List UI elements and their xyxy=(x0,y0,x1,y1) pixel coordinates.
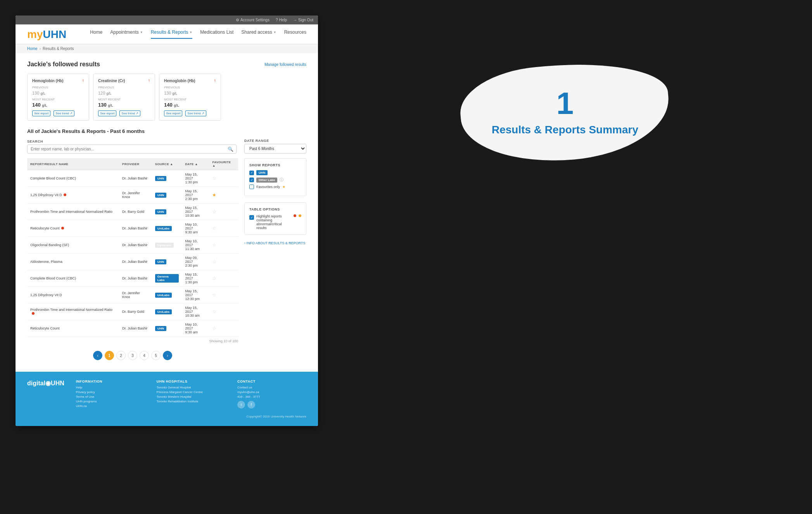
twitter-icon[interactable]: t xyxy=(237,401,245,409)
followed-title: Jackie's followed results xyxy=(27,61,100,68)
next-page-btn[interactable]: › xyxy=(163,351,172,360)
page-btn-3[interactable]: 3 xyxy=(128,351,137,360)
footer-uhn[interactable]: UHN.ca xyxy=(76,404,145,408)
info-icon[interactable]: ⓘ xyxy=(280,177,283,183)
table-row[interactable]: Aldosterone, Plasma Dr. Julian Bashir UH… xyxy=(27,254,238,270)
main-content: Jackie's followed results Manage followe… xyxy=(16,53,318,372)
cell-favourite[interactable]: ☆ xyxy=(209,204,238,220)
favourite-star[interactable]: ☆ xyxy=(212,176,216,181)
footer-twh[interactable]: Toronto Western Hospital xyxy=(157,395,226,398)
search-icon: 🔍 xyxy=(228,147,233,152)
see-report-btn-0[interactable]: See report xyxy=(32,110,50,116)
table-options-title: TABLE OPTIONS xyxy=(249,207,301,211)
cell-favourite[interactable]: ☆ xyxy=(209,304,238,320)
page-btn-4[interactable]: 4 xyxy=(140,351,149,360)
col-date[interactable]: DATE ▲ xyxy=(182,158,209,170)
see-report-btn-1[interactable]: See report xyxy=(98,110,116,116)
other-labs-checkbox[interactable]: ✓ xyxy=(249,178,254,182)
cell-favourite[interactable]: ☆ xyxy=(209,170,238,187)
footer-tgh[interactable]: Toronto General Hospital xyxy=(157,386,226,389)
table-row[interactable]: 1,25 Dihydroxy Vit D Dr. Jennifer Knox U… xyxy=(27,187,238,204)
table-row[interactable]: Oligoclonal Banding (SF) Dr. Julian Bash… xyxy=(27,237,238,254)
cell-favourite[interactable]: ☆ xyxy=(209,254,238,270)
footer-contact-us[interactable]: Contact us xyxy=(237,386,306,389)
cell-favourite[interactable]: ☆ xyxy=(209,320,238,337)
nav-appointments[interactable]: Appointments ▼ xyxy=(110,29,143,39)
results-area: REPORT/RESULT NAME PROVIDER SOURCE ▲ DAT… xyxy=(27,158,306,364)
page-btn-1[interactable]: 1 xyxy=(105,351,114,360)
info-results-link[interactable]: › INFO ABOUT RESULTS & REPORTS xyxy=(244,241,306,245)
footer-pmcc[interactable]: Princess Margaret Cancer Centre xyxy=(157,390,226,394)
table-row[interactable]: Reticulocyte Count Dr. Julian Bashir Uni… xyxy=(27,220,238,237)
card-label-2: Hemoglobin (Hb) xyxy=(164,79,195,83)
date-range-select[interactable]: Past 6 Months Past 3 Months Past Year Al… xyxy=(244,144,306,154)
table-row[interactable]: Reticulocyte Count Dr. Julian Bashir UHN… xyxy=(27,320,238,337)
showing-text: Showing 10 of 100 xyxy=(27,339,238,343)
nav-resources[interactable]: Resources xyxy=(284,29,306,39)
right-panel: 1 Results & Reports Summary xyxy=(333,16,796,209)
manage-followed-link[interactable]: Manage followed results xyxy=(264,62,306,67)
cell-provider: Dr. Barry Gold xyxy=(119,204,152,220)
favourite-star[interactable]: ☆ xyxy=(212,242,216,248)
favourite-star[interactable]: ☆ xyxy=(212,326,216,331)
page-btn-2[interactable]: 2 xyxy=(116,351,126,360)
results-sidebar: SHOW REPORTS ✓ UHN ✓ Other Labs ⓘ Fa xyxy=(244,158,306,364)
site-header: myUHN Home Appointments ▼ Results & Repo… xyxy=(16,24,318,44)
favourite-star[interactable]: ☆ xyxy=(212,309,216,314)
favourite-star[interactable]: ☆ xyxy=(212,209,216,214)
cell-favourite[interactable]: ★ xyxy=(209,187,238,204)
footer-privacy[interactable]: Privacy policy xyxy=(76,390,145,394)
uhn-checkbox[interactable]: ✓ xyxy=(249,171,254,175)
footer-help[interactable]: Help xyxy=(76,386,145,389)
table-row[interactable]: Prothrombin Time and International Norma… xyxy=(27,204,238,220)
card-arrow-1: ↑ xyxy=(148,78,150,83)
cell-date: May 09, 20172:30 pm xyxy=(182,254,209,270)
summary-card: 1 Results & Reports Summary xyxy=(461,65,669,160)
table-row[interactable]: 1,25 Dihydroxy Vit D Dr. Jennifer Knox U… xyxy=(27,287,238,304)
table-row[interactable]: Prothrombin Time and International Norma… xyxy=(27,304,238,320)
favourite-star[interactable]: ★ xyxy=(212,192,216,198)
table-row[interactable]: Complete Blood Count (CBC) Dr. Julian Ba… xyxy=(27,170,238,187)
main-nav: Home Appointments ▼ Results & Reports ▼ … xyxy=(90,29,306,40)
facebook-icon[interactable]: f xyxy=(247,401,255,409)
nav-home[interactable]: Home xyxy=(90,29,102,39)
see-trend-btn-0[interactable]: See trend ↗ xyxy=(54,110,74,116)
logo[interactable]: myUHN xyxy=(27,28,66,41)
prev-page-btn[interactable]: ‹ xyxy=(93,351,102,360)
table-row[interactable]: Complete Blood Count (CBC) Dr. Julian Ba… xyxy=(27,270,238,287)
search-input[interactable] xyxy=(27,145,237,154)
favourite-star[interactable]: ☆ xyxy=(212,226,216,231)
footer-phone: 416 - 340 - 3777 xyxy=(237,395,306,398)
col-source[interactable]: SOURCE ▲ xyxy=(152,158,182,170)
footer-email[interactable]: myuhn@uhn.ca xyxy=(237,390,306,394)
cell-favourite[interactable]: ☆ xyxy=(209,237,238,254)
highlight-checkbox[interactable]: ✓ xyxy=(249,215,254,220)
nav-results-reports[interactable]: Results & Reports ▼ xyxy=(151,29,193,39)
breadcrumb-home[interactable]: Home xyxy=(27,47,38,51)
results-table: REPORT/RESULT NAME PROVIDER SOURCE ▲ DAT… xyxy=(27,158,238,337)
favourite-star[interactable]: ☆ xyxy=(212,276,216,281)
see-report-btn-2[interactable]: See report xyxy=(164,110,182,116)
footer-tri[interactable]: Toronto Rehabilitation Institute xyxy=(157,400,226,403)
cell-favourite[interactable]: ☆ xyxy=(209,287,238,304)
sign-out-link[interactable]: → Sign Out xyxy=(293,18,313,22)
see-trend-btn-1[interactable]: See trend ↗ xyxy=(119,110,140,116)
col-favourite[interactable]: FAVOURITE ▲ xyxy=(209,158,238,170)
nav-medications[interactable]: Medications List xyxy=(200,29,233,39)
cell-name: Prothrombin Time and International Norma… xyxy=(27,304,119,320)
footer-programs[interactable]: UHN programs xyxy=(76,400,145,403)
nav-shared-access[interactable]: Shared access ▼ xyxy=(241,29,276,39)
result-card-0: Hemoglobin (Hb) ↑ PREVIOUS 130 g/L MOST … xyxy=(27,74,89,121)
footer-terms[interactable]: Terms of Use xyxy=(76,395,145,398)
cell-source: UniLabs xyxy=(152,287,182,304)
favourite-star[interactable]: ☆ xyxy=(212,292,216,298)
help-link[interactable]: ? Help xyxy=(276,18,287,22)
cell-favourite[interactable]: ☆ xyxy=(209,270,238,287)
page-btn-5[interactable]: 5 xyxy=(151,351,161,360)
see-trend-btn-2[interactable]: See trend ↗ xyxy=(185,110,206,116)
account-settings-link[interactable]: ⚙ Account Settings xyxy=(236,18,270,22)
cell-favourite[interactable]: ☆ xyxy=(209,220,238,237)
show-reports-title: SHOW REPORTS xyxy=(249,163,301,167)
favourites-checkbox[interactable] xyxy=(249,185,254,189)
favourite-star[interactable]: ☆ xyxy=(212,259,216,264)
